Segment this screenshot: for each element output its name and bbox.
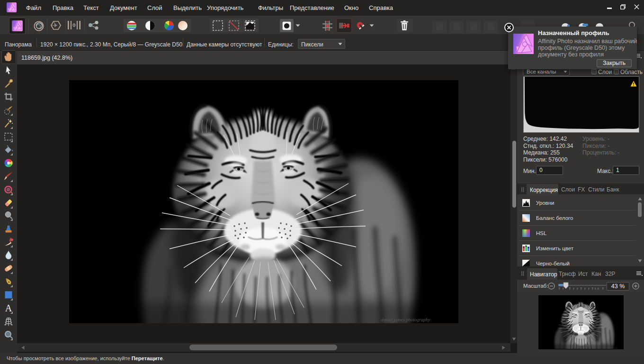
svg-text:A: A: [5, 303, 12, 313]
